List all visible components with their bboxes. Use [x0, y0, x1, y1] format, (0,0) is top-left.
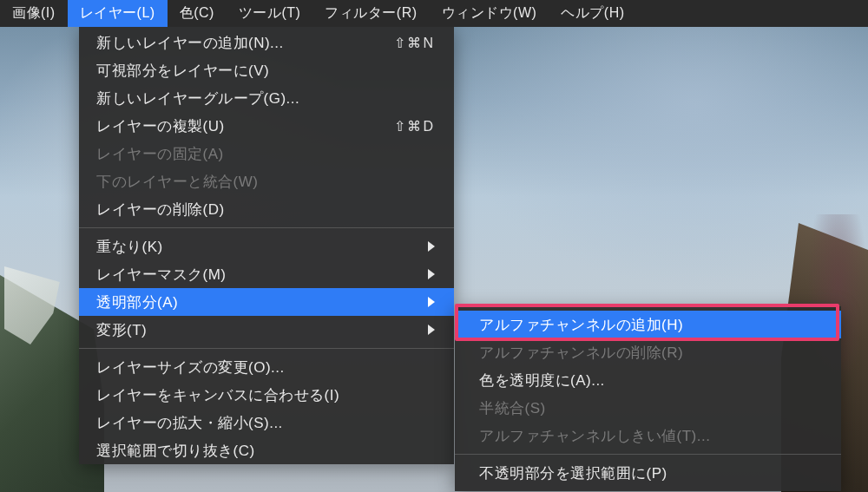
menu-window[interactable]: ウィンドウ(W) [430, 0, 549, 27]
menu-label: アルファチャンネルの追加(H) [479, 315, 822, 335]
menu-label: 透明部分(A) [96, 292, 428, 312]
menu-item-anchor-layer: レイヤーの固定(A) [79, 140, 454, 167]
submenu-arrow-icon [428, 269, 435, 279]
menu-color[interactable]: 色(C) [168, 0, 227, 27]
submenu-arrow-icon [428, 297, 435, 307]
menu-label: 変形(T) [96, 320, 428, 340]
menu-help[interactable]: ヘルプ(H) [549, 0, 636, 27]
menu-label: 可視部分をレイヤーに(V) [96, 61, 435, 81]
menu-separator [455, 454, 841, 455]
menu-label: 色を透明度に(A)... [479, 371, 822, 390]
menu-shortcut: ⇧⌘D [394, 118, 435, 134]
menu-item-new-layer-group[interactable]: 新しいレイヤーグループ(G)... [79, 84, 454, 112]
menu-item-scale-layer[interactable]: レイヤーの拡大・縮小(S)... [79, 409, 454, 436]
menu-filters[interactable]: フィルター(R) [312, 0, 429, 27]
submenu-item-add-alpha-channel[interactable]: アルファチャンネルの追加(H) [455, 311, 841, 338]
menu-label: 下のレイヤーと統合(W) [96, 172, 435, 192]
transparency-submenu: アルファチャンネルの追加(H) アルファチャンネルの削除(R) 色を透明度に(A… [455, 306, 841, 491]
submenu-item-alpha-to-selection[interactable]: 不透明部分を選択範囲に(P) [455, 459, 841, 487]
menu-separator [79, 227, 454, 228]
menu-item-transform[interactable]: 変形(T) [79, 316, 454, 344]
menu-item-new-layer[interactable]: 新しいレイヤーの追加(N)... ⇧⌘N [79, 29, 454, 56]
menu-label: 重なり(K) [96, 237, 428, 257]
menu-item-layer-to-image-size[interactable]: レイヤーをキャンバスに合わせる(I) [79, 381, 454, 409]
menu-label: レイヤーの拡大・縮小(S)... [96, 413, 435, 433]
menu-label: レイヤーの固定(A) [96, 144, 435, 164]
submenu-item-threshold-alpha: アルファチャンネルしきい値(T)... [455, 422, 841, 449]
menu-image[interactable]: 画像(I) [0, 0, 68, 27]
menu-layer[interactable]: レイヤー(L) [68, 0, 168, 27]
menu-label: レイヤーサイズの変更(O)... [96, 358, 435, 377]
menu-item-delete-layer[interactable]: レイヤーの削除(D) [79, 195, 454, 223]
menu-label: 不透明部分を選択範囲に(P) [479, 463, 822, 483]
menu-label: アルファチャンネルしきい値(T)... [479, 426, 822, 446]
menu-item-merge-down: 下のレイヤーと統合(W) [79, 167, 454, 195]
layer-menu-dropdown: 新しいレイヤーの追加(N)... ⇧⌘N 可視部分をレイヤーに(V) 新しいレイ… [79, 27, 454, 464]
menu-label: アルファチャンネルの削除(R) [479, 343, 822, 363]
menu-label: 新しいレイヤーグループ(G)... [96, 89, 435, 108]
submenu-item-remove-alpha-channel: アルファチャンネルの削除(R) [455, 338, 841, 366]
submenu-arrow-icon [428, 325, 435, 335]
submenu-item-semi-flatten: 半統合(S) [455, 394, 841, 422]
menu-shortcut: ⇧⌘N [394, 35, 435, 51]
menu-label: レイヤーをキャンバスに合わせる(I) [96, 385, 435, 405]
submenu-item-color-to-alpha[interactable]: 色を透明度に(A)... [455, 366, 841, 394]
application-menubar: 画像(I) レイヤー(L) 色(C) ツール(T) フィルター(R) ウィンドウ… [0, 0, 868, 27]
menu-item-crop-to-selection[interactable]: 選択範囲で切り抜き(C) [79, 436, 454, 464]
menu-item-duplicate-layer[interactable]: レイヤーの複製(U) ⇧⌘D [79, 112, 454, 140]
submenu-arrow-icon [428, 241, 435, 252]
menu-label: レイヤーマスク(M) [96, 265, 428, 285]
menu-tools[interactable]: ツール(T) [227, 0, 312, 27]
menu-item-stack[interactable]: 重なり(K) [79, 233, 454, 260]
menu-label: レイヤーの削除(D) [96, 200, 435, 220]
menu-item-transparency[interactable]: 透明部分(A) [79, 288, 454, 316]
menu-separator [79, 348, 454, 349]
menu-item-layer-boundary-size[interactable]: レイヤーサイズの変更(O)... [79, 353, 454, 381]
menu-label: 半統合(S) [479, 398, 822, 418]
menu-label: レイヤーの複製(U) [96, 116, 394, 136]
menu-item-layer-mask[interactable]: レイヤーマスク(M) [79, 260, 454, 288]
menu-label: 選択範囲で切り抜き(C) [96, 441, 435, 461]
menu-label: 新しいレイヤーの追加(N)... [96, 33, 394, 53]
menu-item-visible-to-layer[interactable]: 可視部分をレイヤーに(V) [79, 56, 454, 84]
